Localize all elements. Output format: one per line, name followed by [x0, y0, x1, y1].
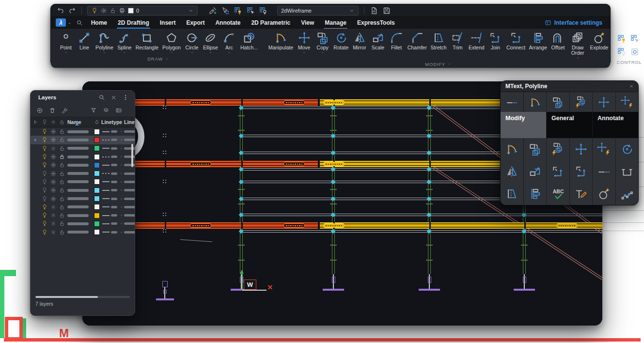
layer-row[interactable] [31, 211, 135, 219]
layer-on-toggle[interactable] [40, 154, 49, 160]
layer-color-swatch[interactable] [94, 187, 100, 193]
layer-on-toggle[interactable] [40, 128, 49, 135]
layer-row[interactable] [31, 228, 135, 236]
layer-lock-toggle[interactable] [58, 162, 66, 168]
layer-freeze-toggle[interactable] [49, 204, 58, 210]
layer-freeze-toggle[interactable] [49, 128, 58, 135]
quad-recent-copy-flash[interactable] [570, 92, 593, 112]
redo-icon[interactable] [68, 7, 76, 15]
layer-row[interactable] [31, 178, 135, 186]
layer-lock-toggle[interactable] [58, 171, 66, 177]
layer-row[interactable] [31, 203, 135, 211]
layers-search-icon[interactable] [98, 94, 105, 101]
ribbon-search-icon[interactable] [76, 19, 83, 26]
layer-row[interactable] [31, 169, 135, 177]
quad-recent-manipulate[interactable] [524, 92, 547, 112]
tool-fillet[interactable]: Fillet [387, 30, 406, 55]
app-logo[interactable]: λ [56, 18, 66, 27]
match-properties-icon[interactable] [208, 6, 217, 15]
layer-row[interactable] [31, 136, 135, 144]
layer-freeze-toggle[interactable] [49, 212, 58, 218]
undo-icon[interactable] [57, 7, 64, 15]
layer-lock-toggle[interactable] [58, 179, 66, 185]
tool-polyline[interactable]: Polyline [94, 30, 115, 55]
layer-color-swatch[interactable] [94, 154, 100, 160]
tool-chamfer[interactable]: Chamfer [406, 30, 429, 55]
quad-tool-move-flash[interactable] [593, 138, 615, 160]
tool-circle[interactable]: Circle [183, 30, 201, 55]
quad-tab-annotate[interactable]: Annotate [593, 112, 638, 138]
layer-quick-combo[interactable]: 0 [87, 6, 198, 16]
tool-mirror[interactable]: Mirror [350, 30, 369, 55]
quad-tab-general[interactable]: General [547, 112, 592, 138]
layer-lock-toggle[interactable] [58, 137, 66, 143]
layer-color-swatch[interactable] [94, 229, 100, 235]
expand-all-icon[interactable] [31, 119, 40, 125]
layer-color-swatch[interactable] [94, 179, 100, 185]
layers-menu-icon[interactable] [122, 94, 129, 101]
layer-row[interactable] [31, 127, 135, 136]
filter-layers-icon[interactable] [90, 107, 97, 114]
column-linetype-header[interactable]: Linetype [101, 119, 124, 125]
layer-row[interactable] [31, 144, 135, 153]
layer-freeze-toggle[interactable] [49, 145, 58, 152]
quad-tool-join[interactable] [547, 160, 569, 183]
tool-connect[interactable]: Connect [504, 30, 527, 55]
layers-close-icon[interactable] [110, 94, 117, 101]
tool-explode[interactable]: Explode [588, 30, 610, 55]
tab-view[interactable]: View [296, 18, 319, 28]
tab-manage[interactable]: Manage [319, 18, 352, 28]
ribbon-group-label[interactable]: DRAW [57, 56, 260, 62]
quad-tool-move[interactable] [570, 138, 593, 160]
app-menu-chevron-icon[interactable]: ⌄ [68, 20, 71, 25]
layer-freeze-toggle[interactable] [49, 179, 58, 185]
save-icon[interactable] [382, 6, 391, 15]
tab-annotate[interactable]: Annotate [210, 18, 246, 28]
visual-style-combo[interactable]: 2dWireframe [277, 6, 359, 16]
layer-row[interactable] [31, 161, 135, 169]
quad-recent-move[interactable] [593, 92, 615, 112]
layer-color-swatch[interactable] [94, 221, 100, 227]
layer-lock-toggle[interactable] [58, 154, 66, 160]
layer-freeze-toggle[interactable] [49, 137, 58, 143]
layer-on-toggle[interactable] [40, 187, 49, 193]
layer-color-swatch[interactable] [94, 171, 100, 176]
hide-objects-icon[interactable] [246, 6, 255, 15]
layer-lock-toggle[interactable] [58, 220, 66, 227]
tool-spline[interactable]: Spline [115, 30, 134, 55]
quad-tool-manipulate[interactable] [501, 138, 523, 160]
quad-tool-mirror[interactable] [501, 160, 523, 183]
layer-on-toggle[interactable] [40, 196, 49, 202]
layer-on-toggle[interactable] [40, 162, 49, 168]
layer-on-toggle[interactable] [40, 229, 49, 235]
tool-move[interactable]: Move [295, 30, 314, 55]
layer-on-toggle[interactable] [40, 171, 49, 177]
quad-tool-edit-vertices[interactable] [616, 183, 639, 205]
quad-tool-scale[interactable] [524, 160, 547, 183]
add-layer-icon[interactable] [36, 107, 43, 114]
layer-freeze-toggle[interactable] [49, 154, 58, 160]
tool-trim[interactable]: Trim [448, 30, 467, 55]
tool-isolate-objects[interactable] [617, 34, 628, 46]
layer-color-swatch[interactable] [94, 137, 100, 143]
quad-tool-rotate[interactable] [616, 138, 639, 160]
delete-layer-icon[interactable] [49, 107, 56, 114]
layer-on-toggle[interactable] [40, 204, 49, 210]
tool-chevron-down-icon[interactable] [102, 50, 107, 54]
layer-freeze-toggle[interactable] [49, 171, 58, 177]
layer-row[interactable] [31, 194, 135, 203]
quad-tool-copy-flash[interactable] [547, 138, 569, 160]
layer-lock-toggle[interactable] [58, 204, 66, 210]
tool-chevron-down-icon[interactable] [302, 50, 306, 54]
interface-settings-button[interactable]: Interface settings [545, 19, 605, 26]
tool-ellipse[interactable]: Ellipse [201, 30, 220, 55]
tab-insert[interactable]: Insert [155, 18, 181, 28]
purge-layers-icon[interactable] [62, 107, 68, 114]
tool-arc[interactable]: Arc [220, 30, 238, 55]
layer-color-swatch[interactable] [94, 162, 100, 168]
quad-tool-copy[interactable] [524, 138, 547, 160]
select-similar-icon[interactable] [221, 6, 230, 15]
tool-chevron-down-icon[interactable] [576, 56, 580, 60]
layers-vertical-scrollbar[interactable] [131, 144, 133, 167]
tool-draw-order[interactable]: Draw Order [567, 30, 588, 61]
